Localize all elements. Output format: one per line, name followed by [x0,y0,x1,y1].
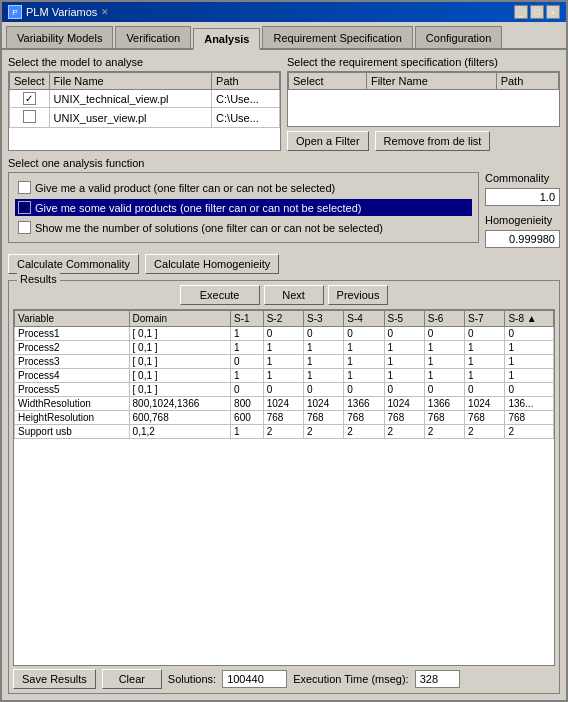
results-table-wrapper[interactable]: Variable Domain S-1 S-2 S-3 S-4 S-5 S-6 … [13,309,555,666]
results-cell: 0 [263,327,303,341]
tab-configuration[interactable]: Configuration [415,26,502,48]
req-col-filtername: Filter Name [366,73,496,90]
results-cell: 2 [263,425,303,439]
results-cell: 2 [384,425,424,439]
tab-bar: Variability Models Verification Analysis… [2,22,566,50]
clear-button[interactable]: Clear [102,669,162,689]
calculate-homogeneity-button[interactable]: Calculate Homogenieity [145,254,279,274]
maximize-button[interactable]: □ [530,5,544,19]
results-cell: [ 0,1 ] [129,369,231,383]
homogeneity-label: Homogenieity [485,214,560,226]
results-cell: 1024 [263,397,303,411]
results-cell: 0 [384,327,424,341]
close-button[interactable]: × [546,5,560,19]
results-col-s4: S-4 [344,311,384,327]
results-label: Results [17,273,60,285]
main-window: P PLM Variamos ✕ _ □ × Variability Model… [0,0,568,702]
analysis-option-1-checkbox[interactable] [18,181,31,194]
results-cell: [ 0,1 ] [129,355,231,369]
results-col-s8: S-8 ▲ [505,311,554,327]
commonality-value: 1.0 [485,188,560,206]
results-cell: 0,1,2 [129,425,231,439]
model-row1-checkbox[interactable] [23,92,36,105]
model-col-select: Select [10,73,50,90]
results-cell: 1 [465,369,505,383]
table-row: Support usb0,1,212222222 [15,425,554,439]
results-col-s1: S-1 [231,311,264,327]
tab-variability-models[interactable]: Variability Models [6,26,113,48]
bottom-bar: Save Results Clear Solutions: Execution … [13,666,555,689]
results-cell: 1 [263,341,303,355]
results-cell: 1 [424,341,464,355]
model-table: Select File Name Path UNIX_technical_vie… [9,72,280,128]
model-row2-select[interactable] [10,108,50,128]
tab-requirement-specification[interactable]: Requirement Specification [262,26,412,48]
close-icon: ✕ [101,7,109,17]
table-row: Process2[ 0,1 ]11111111 [15,341,554,355]
results-cell: 0 [231,383,264,397]
results-cell: 136... [505,397,554,411]
model-row1-select[interactable] [10,90,50,108]
next-button[interactable]: Next [264,285,324,305]
table-row: HeightResolution600,76860076876876876876… [15,411,554,425]
results-col-s6: S-6 [424,311,464,327]
analysis-option-1[interactable]: Give me a valid product (one filter can … [15,179,472,196]
results-col-s7: S-7 [465,311,505,327]
results-cell: 1 [231,327,264,341]
calculate-commonality-button[interactable]: Calculate Commonality [8,254,139,274]
analysis-option-3-checkbox[interactable] [18,221,31,234]
execute-button[interactable]: Execute [180,285,260,305]
req-col-select: Select [289,73,367,90]
results-toolbar: Execute Next Previous [13,285,555,305]
results-cell: 1 [303,369,343,383]
top-panels: Select the model to analyse Select File … [8,56,560,151]
req-btn-row: Open a Filter Remove from de list [287,131,560,151]
exec-time-input[interactable] [415,670,460,688]
results-cell: 768 [465,411,505,425]
results-col-variable: Variable [15,311,130,327]
results-cell: 768 [505,411,554,425]
results-cell: 1 [344,369,384,383]
minimize-button[interactable]: _ [514,5,528,19]
results-col-domain: Domain [129,311,231,327]
results-cell: 768 [303,411,343,425]
model-table-container[interactable]: Select File Name Path UNIX_technical_vie… [8,71,281,151]
commonality-label: Commonality [485,172,560,184]
results-cell: [ 0,1 ] [129,341,231,355]
analysis-option-2-label: Give me some valid products (one filter … [35,202,362,214]
results-cell: 1024 [465,397,505,411]
results-cell: 1 [424,355,464,369]
analysis-option-3-label: Show me the number of solutions (one fil… [35,222,383,234]
previous-button[interactable]: Previous [328,285,389,305]
solutions-input[interactable] [222,670,287,688]
analysis-function-section: Select one analysis function Give me a v… [8,157,560,248]
results-cell: 0 [344,327,384,341]
tab-analysis[interactable]: Analysis [193,28,260,50]
results-cell: 1 [231,369,264,383]
results-cell: 2 [344,425,384,439]
results-cell: 2 [424,425,464,439]
req-table-container[interactable]: Select Filter Name Path [287,71,560,127]
results-cell: 1024 [303,397,343,411]
analysis-option-2[interactable]: Give me some valid products (one filter … [15,199,472,216]
model-row2-filename: UNIX_user_view.pl [49,108,212,128]
results-cell: 1 [344,355,384,369]
analysis-option-2-checkbox[interactable] [18,201,31,214]
table-row: WidthResolution800,1024,1366800102410241… [15,397,554,411]
results-cell: 1 [303,355,343,369]
save-results-button[interactable]: Save Results [13,669,96,689]
model-col-path: Path [212,73,280,90]
results-cell: 1 [344,341,384,355]
table-row: Process4[ 0,1 ]11111111 [15,369,554,383]
results-table: Variable Domain S-1 S-2 S-3 S-4 S-5 S-6 … [14,310,554,439]
results-cell: 800,1024,1366 [129,397,231,411]
open-filter-button[interactable]: Open a Filter [287,131,369,151]
model-row1-path: C:\Use... [212,90,280,108]
results-cell: 768 [424,411,464,425]
remove-filter-button[interactable]: Remove from de list [375,131,491,151]
model-row2-checkbox[interactable] [23,110,36,123]
tab-verification[interactable]: Verification [115,26,191,48]
results-cell: 2 [465,425,505,439]
results-cell: 0 [344,383,384,397]
analysis-option-3[interactable]: Show me the number of solutions (one fil… [15,219,472,236]
